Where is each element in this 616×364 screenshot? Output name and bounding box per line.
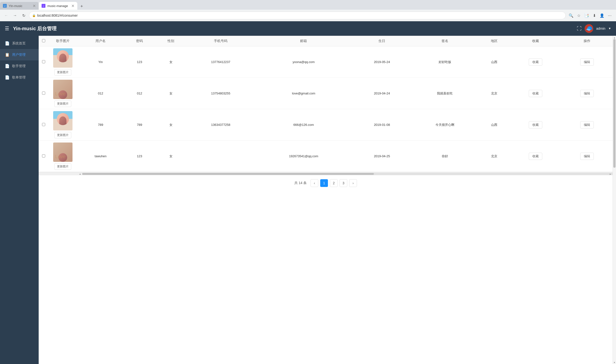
edit-btn-2[interactable]: 编辑 <box>580 90 594 97</box>
user-photo-2: Love <box>53 80 72 99</box>
username-4: tawuhen <box>77 141 124 172</box>
edit-cell-4: 编辑 <box>561 141 613 172</box>
update-photo-btn-2[interactable]: 更新图片 <box>54 101 71 107</box>
col-email: 邮箱 <box>255 36 352 46</box>
scroll-thumb[interactable] <box>613 39 616 168</box>
download-button[interactable]: ⬇ <box>591 12 598 19</box>
singer-icon: 📄 <box>5 64 10 68</box>
avatar: 🧢 <box>585 24 593 33</box>
address-bar-container: ← → ↻ 🔒 localhost:8081/#/consumer 🔍 ☆ 📑 … <box>0 10 616 21</box>
scroll-up-button[interactable]: ▴ <box>613 36 616 39</box>
update-photo-btn-4[interactable]: 更新图片 <box>54 163 71 170</box>
back-button[interactable]: ← <box>3 12 10 19</box>
edit-cell-1: 编辑 <box>561 46 613 78</box>
search-button[interactable]: 🔍 <box>568 12 575 19</box>
pagination-info: 共 14 条 <box>294 181 307 185</box>
col-username: 用户名 <box>77 36 124 46</box>
fullscreen-button[interactable]: ⛶ <box>577 26 582 31</box>
app-wrapper: ☰ Yin-music 后台管理 ⛶ 🧢 admin ▼ 📄 系统首页 📋 用户… <box>0 21 616 364</box>
collect-btn-3[interactable]: 收藏 <box>529 121 542 129</box>
edit-btn-1[interactable]: 编辑 <box>580 58 594 66</box>
tab-music-manage[interactable]: ♪ music-manage ✕ <box>39 2 77 10</box>
email-3: 666@126.com <box>255 109 352 141</box>
username-2: 012 <box>77 78 124 109</box>
row-checkbox-cell-2 <box>39 78 48 109</box>
scroll-track[interactable] <box>613 39 616 361</box>
signature-4: 你好 <box>411 141 479 172</box>
bookmark-button[interactable]: ☆ <box>576 12 582 19</box>
region-4: 北京 <box>479 141 510 172</box>
sidebar-item-playlist[interactable]: 📄 歌单管理 <box>0 72 39 83</box>
menu-button[interactable]: ⋯ <box>606 12 613 19</box>
select-all-checkbox[interactable] <box>42 39 45 42</box>
admin-name[interactable]: admin <box>596 26 605 30</box>
update-photo-btn-1[interactable]: 更新图片 <box>54 69 71 76</box>
photo-cell-3: 更新图片 <box>48 109 77 141</box>
select-all-header <box>39 36 48 46</box>
collect-btn-4[interactable]: 收藏 <box>529 153 542 160</box>
password-1: 123 <box>124 46 155 78</box>
collect-cell-2: 收藏 <box>510 78 561 109</box>
sidebar-item-user[interactable]: 📋 用户管理 <box>0 49 39 60</box>
birthday-2: 2019-04-24 <box>353 78 412 109</box>
new-tab-button[interactable]: + <box>78 3 85 10</box>
address-bar[interactable]: 🔒 localhost:8081/#/consumer <box>29 12 566 19</box>
reading-list-button[interactable]: 📑 <box>583 12 590 19</box>
menu-toggle-icon[interactable]: ☰ <box>5 26 9 31</box>
collect-btn-2[interactable]: 收藏 <box>529 90 542 97</box>
url-text: localhost:8081/#/consumer <box>37 13 562 17</box>
profile-button[interactable]: 👤 <box>599 12 605 19</box>
collect-btn-1[interactable]: 收藏 <box>529 58 542 66</box>
signature-1: 好好吃饭 <box>411 46 479 78</box>
gender-4: 女 <box>155 141 187 172</box>
admin-dropdown-arrow[interactable]: ▼ <box>608 27 611 30</box>
vertical-scrollbar[interactable]: ▴ ▾ <box>613 36 616 364</box>
col-password: 密码 <box>124 36 155 46</box>
tab-close-manage[interactable]: ✕ <box>71 4 74 8</box>
tab-favicon-manage: ♪ <box>41 4 45 8</box>
tab-yin-music[interactable]: ♪ Yin-music ✕ <box>0 2 39 10</box>
scroll-left-btn[interactable]: ◂ <box>77 172 82 176</box>
page-btn-3[interactable]: 3 <box>340 179 347 187</box>
col-photo: 歌手图片 <box>48 36 77 46</box>
forward-button[interactable]: → <box>12 12 18 19</box>
scroll-right-btn[interactable]: ▸ <box>608 172 613 176</box>
username-3: 789 <box>77 109 124 141</box>
scroll-down-button[interactable]: ▾ <box>613 361 616 364</box>
page-btn-2[interactable]: 2 <box>330 179 338 187</box>
row-checkbox-3[interactable] <box>42 123 45 126</box>
refresh-button[interactable]: ↻ <box>20 12 27 19</box>
password-2: 012 <box>124 78 155 109</box>
update-photo-btn-3[interactable]: 更新图片 <box>54 132 71 138</box>
phone-3: 13634377258 <box>187 109 255 141</box>
edit-btn-4[interactable]: 编辑 <box>580 153 594 160</box>
row-checkbox-2[interactable] <box>42 91 45 95</box>
photo-cell-1: 更新图片 <box>48 46 77 78</box>
edit-btn-3[interactable]: 编辑 <box>580 121 594 129</box>
gender-3: 女 <box>155 109 187 141</box>
password-4: 123 <box>124 141 155 172</box>
pagination-area: 共 14 条 ‹ 1 2 3 › <box>39 175 613 191</box>
user-photo-1 <box>53 48 72 68</box>
row-checkbox-cell-1 <box>39 46 48 78</box>
sidebar-item-singer[interactable]: 📄 歌手管理 <box>0 60 39 72</box>
row-checkbox-1[interactable] <box>42 60 45 63</box>
sidebar-label-singer: 歌手管理 <box>12 64 26 68</box>
phone-1: 13776412237 <box>187 46 255 78</box>
playlist-icon: 📄 <box>5 75 10 80</box>
region-1: 山西 <box>479 46 510 78</box>
page-btn-1[interactable]: 1 <box>320 179 328 187</box>
tab-close-yin[interactable]: ✕ <box>33 4 36 8</box>
app-body: 📄 系统首页 📋 用户管理 📄 歌手管理 📄 歌单管理 <box>0 36 616 364</box>
sidebar-item-home[interactable]: 📄 系统首页 <box>0 38 39 49</box>
region-3: 山西 <box>479 109 510 141</box>
edit-cell-2: 编辑 <box>561 78 613 109</box>
row-checkbox-4[interactable] <box>42 154 45 157</box>
col-phone: 手机号码 <box>187 36 255 46</box>
row-checkbox-cell-3 <box>39 109 48 141</box>
lock-icon: 🔒 <box>32 14 36 17</box>
password-3: 789 <box>124 109 155 141</box>
next-page-button[interactable]: › <box>349 179 357 187</box>
edit-cell-3: 编辑 <box>561 109 613 141</box>
prev-page-button[interactable]: ‹ <box>310 179 318 187</box>
